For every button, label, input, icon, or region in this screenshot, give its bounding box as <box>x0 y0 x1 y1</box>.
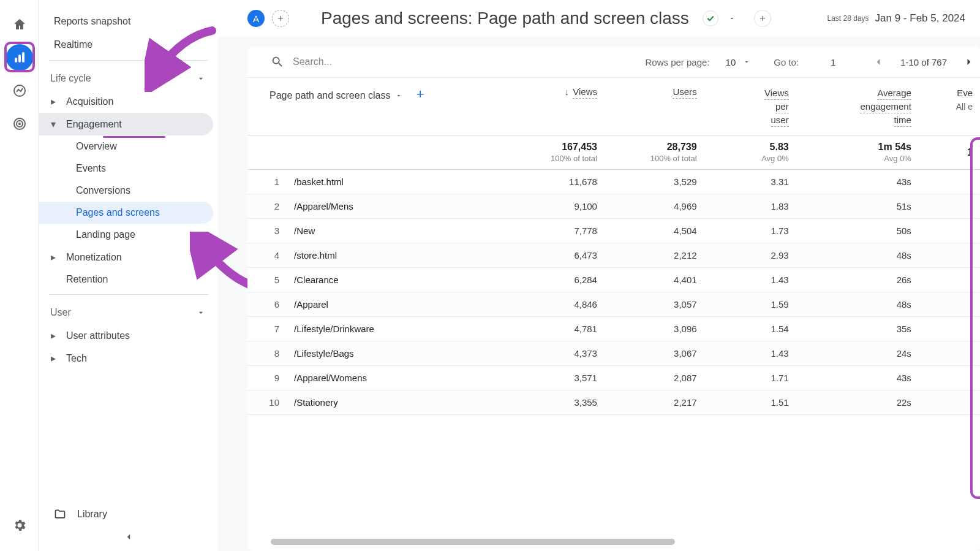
explore-icon[interactable] <box>6 77 33 104</box>
sidebar-group-monetization[interactable]: ▸ Monetization <box>39 246 213 268</box>
row-views: 3,355 <box>520 390 605 415</box>
svg-rect-0 <box>15 58 17 63</box>
table-row[interactable]: 5/Clearance6,2844,4011.4326s <box>247 268 980 292</box>
table-row[interactable]: 10/Stationery3,3552,2171.5122s <box>247 390 980 415</box>
caret-down-icon <box>743 58 750 66</box>
row-views: 6,473 <box>520 243 605 268</box>
row-index: 5 <box>247 268 290 292</box>
triangle-right-icon: ▸ <box>50 96 56 107</box>
search-input[interactable] <box>293 56 440 67</box>
search-icon <box>271 55 284 69</box>
row-path: /store.html <box>290 243 520 268</box>
sidebar-section-lifecycle[interactable]: Life cycle <box>39 67 218 90</box>
table-row[interactable]: 1/basket.html11,6783,5293.3143s <box>247 170 980 194</box>
row-users: 2,087 <box>605 366 704 390</box>
collapse-sidebar-button[interactable] <box>39 528 218 551</box>
page-info: 1-10 of 767 <box>894 57 953 67</box>
sidebar-item-realtime[interactable]: Realtime <box>39 33 218 56</box>
report-menu-dropdown[interactable] <box>726 15 738 22</box>
sidebar-sub-overview[interactable]: Overview <box>39 135 213 158</box>
row-vpu: 1.51 <box>704 390 796 415</box>
row-aet: 43s <box>796 366 919 390</box>
rows-per-page-select[interactable]: 10 <box>715 57 739 67</box>
settings-icon[interactable] <box>6 512 33 539</box>
horizontal-scrollbar[interactable] <box>271 539 675 545</box>
row-views: 3,571 <box>520 366 605 390</box>
column-header-events[interactable]: Eve All e <box>919 78 980 135</box>
caret-down-icon <box>395 92 402 99</box>
plus-icon <box>758 14 767 23</box>
sidebar-group-acquisition[interactable]: ▸ Acquisition <box>39 90 213 113</box>
sidebar-group-user-attributes[interactable]: ▸ User attributes <box>39 324 213 347</box>
row-aet: 50s <box>796 219 919 243</box>
sidebar-sub-conversions[interactable]: Conversions <box>39 180 213 202</box>
triangle-right-icon: ▸ <box>50 251 56 263</box>
caret-down-icon <box>728 15 736 22</box>
sidebar-item-label: Acquisition <box>66 96 113 107</box>
add-dimension-button[interactable]: + <box>417 86 424 102</box>
sidebar-item-label: Monetization <box>66 252 122 263</box>
sidebar-sub-landing[interactable]: Landing page <box>39 224 213 246</box>
sidebar-group-tech[interactable]: ▸ Tech <box>39 347 213 370</box>
nav-rail <box>0 0 39 551</box>
row-views: 6,284 <box>520 268 605 292</box>
row-aet: 22s <box>796 390 919 415</box>
sidebar-item-label: Tech <box>66 353 87 364</box>
column-header-views[interactable]: ↓Views <box>520 78 605 135</box>
row-users: 4,401 <box>605 268 704 292</box>
add-comparison-button[interactable] <box>272 10 289 27</box>
folder-icon <box>54 508 66 520</box>
segment-badge[interactable]: A <box>247 10 265 27</box>
row-views: 4,846 <box>520 292 605 317</box>
add-report-button[interactable] <box>754 10 771 27</box>
row-views: 4,781 <box>520 317 605 341</box>
sidebar-sub-pages[interactable]: Pages and screens <box>39 202 213 224</box>
row-path: /Apparel/Mens <box>290 194 520 219</box>
sort-desc-icon: ↓ <box>565 86 570 97</box>
row-aet: 35s <box>796 317 919 341</box>
goto-label: Go to: <box>774 57 799 67</box>
goto-input[interactable] <box>822 57 844 67</box>
row-path: /Apparel <box>290 292 520 317</box>
sidebar-item-label: Retention <box>66 274 108 285</box>
row-index: 3 <box>247 219 290 243</box>
triangle-right-icon: ▸ <box>50 330 56 341</box>
sidebar-library[interactable]: Library <box>39 501 218 528</box>
table-row[interactable]: 4/store.html6,4732,2122.9348s <box>247 243 980 268</box>
table-toolbar: Rows per page: 10 Go to: 1-10 of 767 <box>247 47 980 78</box>
table-row[interactable]: 2/Apparel/Mens9,1004,9691.8351s <box>247 194 980 219</box>
column-header-users[interactable]: Users <box>605 78 704 135</box>
table-row[interactable]: 9/Apparel/Womens3,5712,0871.7143s <box>247 366 980 390</box>
next-page-button[interactable] <box>958 56 980 68</box>
dimension-picker[interactable]: Page path and screen class <box>270 90 402 101</box>
column-header-views-per-user[interactable]: Views per user <box>704 78 796 135</box>
row-vpu: 1.73 <box>704 219 796 243</box>
status-check-icon[interactable] <box>703 10 718 26</box>
column-header-avg-engagement-time[interactable]: Average engagement time <box>796 78 919 135</box>
sidebar-section-user[interactable]: User <box>39 301 218 324</box>
advertising-icon[interactable] <box>6 110 33 137</box>
row-index: 4 <box>247 243 290 268</box>
row-users: 2,212 <box>605 243 704 268</box>
table-row[interactable]: 8/Lifestyle/Bags4,3733,0671.4324s <box>247 341 980 366</box>
table-row[interactable]: 7/Lifestyle/Drinkware4,7813,0961.5435s <box>247 317 980 341</box>
row-index: 10 <box>247 390 290 415</box>
totals-row: 167,453100% of total 28,739100% of total… <box>247 135 980 170</box>
sidebar-group-engagement[interactable]: ▾ Engagement <box>39 113 213 135</box>
prev-page-button[interactable] <box>867 56 889 68</box>
svg-rect-2 <box>22 52 24 63</box>
date-range-picker[interactable]: Jan 9 - Feb 5, 2024 <box>875 12 965 25</box>
sidebar-sub-events[interactable]: Events <box>39 158 213 180</box>
row-users: 2,217 <box>605 390 704 415</box>
sidebar-group-retention[interactable]: Retention <box>39 268 213 291</box>
row-users: 3,067 <box>605 341 704 366</box>
row-vpu: 1.71 <box>704 366 796 390</box>
row-vpu: 1.83 <box>704 194 796 219</box>
table-row[interactable]: 3/New7,7784,5041.7350s <box>247 219 980 243</box>
sidebar-item-snapshot[interactable]: Reports snapshot <box>39 10 218 33</box>
row-path: /Lifestyle/Drinkware <box>290 317 520 341</box>
table-row[interactable]: 6/Apparel4,8463,0571.5948s <box>247 292 980 317</box>
row-index: 7 <box>247 317 290 341</box>
reports-icon[interactable] <box>6 44 33 71</box>
home-icon[interactable] <box>6 11 33 38</box>
